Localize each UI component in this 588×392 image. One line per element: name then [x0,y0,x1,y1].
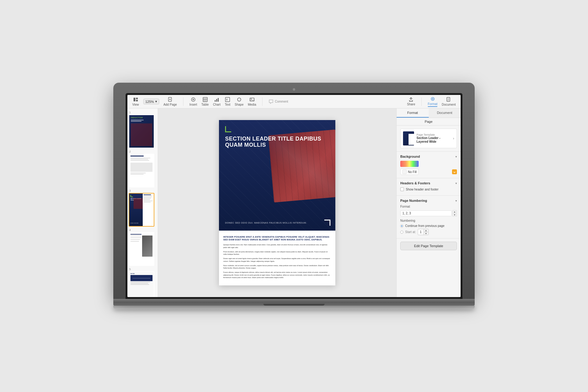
right-panel: Format Document Page Page Template Secti… [396,108,461,297]
continue-radio-row: Continue from previous page [400,224,457,228]
share-label: Share [407,103,415,106]
doc-corner-mark-top [225,126,231,132]
doc-body-5: Fusce ultrices, neque id dignissim ultri… [223,271,331,279]
tab-format[interactable]: Format [397,108,429,118]
shape-button[interactable]: Shape [235,97,243,106]
format-stepper-down[interactable]: ▼ [452,213,457,217]
show-header-footer-row: Show header and footer [400,187,457,191]
format-value-row: 1, 2, 3 ▲ ▼ [400,210,457,217]
continue-radio-label: Continue from previous page [405,224,444,228]
page-template-info: Page Template Section Leader - Layered W… [417,133,450,144]
background-swatch [400,161,457,167]
slide-img-1: INDUCTOR [129,115,154,148]
svg-rect-14 [215,100,216,102]
edit-page-template-button[interactable]: Edit Page Template [400,242,457,250]
format-toolbar-label: Format [428,102,438,106]
numbering-label: Numbering [400,219,415,222]
doc-right-panel: INTEGER POSUERE ERAT A ANTE VENENATIS DA… [219,231,335,285]
page-template-card[interactable]: Page Template Section Leader - Layered W… [400,129,457,148]
chart-button[interactable]: Chart [213,97,221,106]
slide-num-4: 4 [129,228,156,232]
svg-point-21 [251,99,251,100]
headers-footers-title: Headers & Footers [400,181,430,185]
table-button[interactable]: Table [202,97,209,106]
page-template-sub-label: Page Template [417,133,450,136]
format-tab-toolbar[interactable]: Format [428,96,438,107]
insert-icon [190,97,196,102]
table-icon [202,97,208,102]
text-button[interactable]: T Text [225,97,230,106]
format-stepper: ▲ ▼ [452,210,457,217]
media-icon [249,97,255,102]
svg-rect-1 [136,98,138,99]
tab-document[interactable]: Document [429,108,461,118]
slide-5[interactable]: 5 SECTION [129,268,156,297]
headers-footers-header[interactable]: Headers & Footers ▾ [400,181,457,185]
background-section: Background ▾ No Fill [397,152,461,178]
screen-bezel: View 125% ▾ Add Page [126,93,462,299]
comment-button[interactable]: Comment [269,99,288,104]
slide-4[interactable]: 4 [129,228,156,266]
document-icon [446,97,451,102]
document-tab-toolbar[interactable]: Document [442,97,456,106]
show-header-footer-checkbox[interactable] [400,187,404,191]
toolbar-insert-group: Insert Table Chart [190,97,256,106]
doc-left-panel: SECTION LEADER TITLE DAPIBUS QUAM MOLLIS… [219,120,335,231]
media-button[interactable]: Media [248,97,256,106]
insert-button[interactable]: Insert [190,97,197,106]
comment-label: Comment [275,100,288,103]
svg-rect-9 [203,97,207,102]
page-numbering-header[interactable]: Page Numbering ▾ [400,199,457,202]
slide-num-3: 3 [129,189,156,192]
share-button[interactable]: Share [407,97,415,106]
slide-2[interactable]: 2 [129,150,156,187]
start-at-value: 1 [418,230,424,234]
doc-right-title: INTEGER POSUERE ERAT A ANTE VENENATIS DA… [223,236,331,241]
add-page-button[interactable]: Add Page [164,97,177,106]
zoom-control[interactable]: 125% ▾ [143,99,159,104]
panel-title: Page [397,118,461,126]
background-title: Background [400,155,420,158]
no-fill-icon [402,170,407,174]
slide-num-5: 5 [129,268,156,271]
continue-radio[interactable] [400,224,403,228]
svg-rect-0 [134,98,135,101]
start-at-radio[interactable] [400,231,403,234]
format-icon [430,96,435,102]
separator-2 [262,97,262,106]
view-button[interactable]: View [132,97,139,106]
shape-label: Shape [235,103,243,106]
camera [293,88,295,91]
laptop-frame: View 125% ▾ Add Page [113,83,475,309]
doc-body-2: Proin tincidunt, velit vel porta element… [223,251,331,256]
slide-num-1: 1 [129,111,156,114]
format-label: Format [400,205,410,208]
app-main: 1 INDUCTOR [127,108,461,297]
svg-point-23 [432,98,433,100]
stepper-down[interactable]: ▼ [424,232,428,235]
show-header-footer-label: Show header and footer [406,188,439,191]
format-row: Format [400,205,457,208]
laptop-body: View 125% ▾ Add Page [113,83,475,299]
format-stepper-up[interactable]: ▲ [452,210,457,213]
start-at-label: Start at: [405,230,416,234]
stepper-up[interactable]: ▲ [424,229,428,232]
color-swatch[interactable] [400,161,419,167]
canvas-area[interactable]: SECTION LEADER TITLE DAPIBUS QUAM MOLLIS… [158,108,396,297]
no-fill-badge: No Fill [400,169,419,175]
zoom-chevron: ▾ [155,100,157,104]
slide-img-4 [129,232,154,266]
page-numbering-title: Page Numbering [400,199,427,202]
fill-options-icon[interactable] [452,169,457,174]
background-header[interactable]: Background ▾ [400,155,457,158]
slide-img-3: SECTION LEADER TITLE DONEC SED ODIO [129,193,154,227]
separator-3 [421,97,422,106]
slide-img-2 [129,154,154,187]
background-collapse-icon: ▾ [455,155,457,158]
format-value[interactable]: 1, 2, 3 [400,210,452,216]
slide-1[interactable]: 1 INDUCTOR [129,111,156,148]
slide-3[interactable]: 3 SECTION LEADER TITLE DONEC SED ODIO [129,189,156,227]
text-icon: T [225,97,230,102]
view-label: View [132,103,139,106]
doc-body-4: Nunc molestie, nisl sit amet cursus conv… [223,264,331,270]
